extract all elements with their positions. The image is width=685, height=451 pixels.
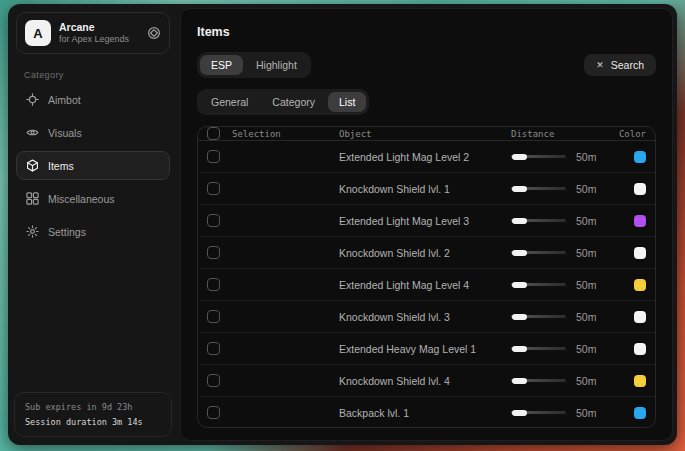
sidebar-item-label: Settings — [48, 226, 86, 238]
gear-icon — [26, 225, 39, 238]
object-label: Knockdown Shield lvl. 2 — [339, 247, 511, 259]
color-swatch[interactable] — [634, 311, 646, 323]
distance-slider[interactable] — [511, 218, 566, 224]
object-label: Extended Light Mag Level 4 — [339, 279, 511, 291]
table-body: Extended Light Mag Level 2 50m Knockdown… — [198, 141, 655, 428]
row-checkbox[interactable] — [207, 278, 220, 291]
column-header-color: Color — [604, 129, 646, 139]
tab-general[interactable]: General — [200, 92, 259, 112]
tab-esp[interactable]: ESP — [200, 55, 243, 75]
table-row: Knockdown Shield lvl. 2 50m — [198, 237, 655, 269]
sidebar-item-aimbot[interactable]: Aimbot — [16, 85, 170, 114]
row-checkbox[interactable] — [207, 374, 220, 387]
sidebar-item-items[interactable]: Items — [16, 151, 170, 180]
distance-value: 50m — [576, 407, 604, 419]
view-tabs-row: GeneralCategoryList — [197, 89, 656, 115]
table-row: Extended Light Mag Level 3 50m — [198, 205, 655, 237]
search-button[interactable]: ✕ Search — [584, 54, 656, 76]
distance-slider[interactable] — [511, 282, 566, 288]
distance-slider[interactable] — [511, 314, 566, 320]
sidebar-item-settings[interactable]: Settings — [16, 217, 170, 246]
color-swatch[interactable] — [634, 183, 646, 195]
app-logo: A — [25, 20, 51, 46]
object-label: Knockdown Shield lvl. 1 — [339, 183, 511, 195]
row-checkbox[interactable] — [207, 342, 220, 355]
tab-category[interactable]: Category — [261, 92, 326, 112]
table-row: Backpack lvl. 1 50m — [198, 397, 655, 428]
sidebar-item-miscellaneous[interactable]: Miscellaneous — [16, 184, 170, 213]
object-label: Knockdown Shield lvl. 4 — [339, 375, 511, 387]
row-checkbox[interactable] — [207, 150, 220, 163]
slider-knob[interactable] — [512, 314, 527, 320]
select-all-checkbox[interactable] — [207, 127, 220, 140]
tab-highlight[interactable]: Highlight — [245, 55, 308, 75]
session-duration-text: Session duration 3m 14s — [25, 415, 161, 429]
object-label: Extended Light Mag Level 3 — [339, 215, 511, 227]
object-label: Extended Light Mag Level 2 — [339, 151, 511, 163]
distance-slider[interactable] — [511, 154, 566, 160]
row-checkbox[interactable] — [207, 310, 220, 323]
sidebar-nav: Aimbot Visuals Items Miscellaneous Setti… — [14, 85, 172, 246]
slider-knob[interactable] — [512, 218, 527, 224]
toolbar: ESPHighlight ✕ Search — [197, 52, 656, 78]
color-swatch[interactable] — [634, 247, 646, 259]
distance-value: 50m — [576, 343, 604, 355]
color-swatch[interactable] — [634, 375, 646, 387]
gem-icon[interactable] — [147, 26, 161, 40]
column-header-distance: Distance — [511, 129, 604, 139]
sub-expires-text: Sub expires in 9d 23h — [25, 400, 161, 414]
slider-knob[interactable] — [512, 186, 527, 192]
slider-knob[interactable] — [512, 378, 527, 384]
slider-knob[interactable] — [512, 282, 527, 288]
table-row: Extended Light Mag Level 4 50m — [198, 269, 655, 301]
slider-knob[interactable] — [512, 410, 527, 416]
distance-value: 50m — [576, 311, 604, 323]
arcane-window: A Arcane for Apex Legends Category Aimbo… — [8, 4, 677, 445]
session-info-card: Sub expires in 9d 23h Session duration 3… — [14, 392, 172, 437]
table-header-row: Selection Object Distance Color — [198, 127, 655, 141]
table-row: Knockdown Shield lvl. 3 50m — [198, 301, 655, 333]
distance-slider[interactable] — [511, 250, 566, 256]
sidebar-item-label: Aimbot — [48, 94, 81, 106]
search-x-icon: ✕ — [596, 60, 604, 70]
object-label: Knockdown Shield lvl. 3 — [339, 311, 511, 323]
sidebar-item-label: Items — [48, 160, 74, 172]
distance-slider[interactable] — [511, 186, 566, 192]
view-tab-group: GeneralCategoryList — [197, 89, 369, 115]
object-label: Backpack lvl. 1 — [339, 407, 511, 419]
grid-icon — [26, 192, 39, 205]
table-row: Extended Heavy Mag Level 1 50m — [198, 333, 655, 365]
color-swatch[interactable] — [634, 151, 646, 163]
row-checkbox[interactable] — [207, 406, 220, 419]
app-header-card: A Arcane for Apex Legends — [16, 12, 170, 54]
distance-slider[interactable] — [511, 346, 566, 352]
slider-knob[interactable] — [512, 154, 527, 160]
sidebar-item-label: Miscellaneous — [48, 193, 115, 205]
distance-value: 50m — [576, 151, 604, 163]
slider-knob[interactable] — [512, 346, 527, 352]
color-swatch[interactable] — [634, 279, 646, 291]
distance-value: 50m — [576, 183, 604, 195]
row-checkbox[interactable] — [207, 214, 220, 227]
tab-list[interactable]: List — [328, 92, 366, 112]
package-icon — [26, 159, 39, 172]
object-label: Extended Heavy Mag Level 1 — [339, 343, 511, 355]
distance-value: 50m — [576, 375, 604, 387]
color-swatch[interactable] — [634, 215, 646, 227]
distance-value: 50m — [576, 247, 604, 259]
eye-icon — [26, 126, 39, 139]
table-row: Extended Light Mag Level 2 50m — [198, 141, 655, 173]
page-title: Items — [197, 25, 656, 39]
row-checkbox[interactable] — [207, 246, 220, 259]
row-checkbox[interactable] — [207, 182, 220, 195]
sidebar-item-visuals[interactable]: Visuals — [16, 118, 170, 147]
distance-slider[interactable] — [511, 410, 566, 416]
distance-slider[interactable] — [511, 378, 566, 384]
color-swatch[interactable] — [634, 407, 646, 419]
category-section-label: Category — [24, 70, 162, 80]
distance-value: 50m — [576, 279, 604, 291]
items-table: Selection Object Distance Color Extended… — [197, 126, 656, 428]
slider-knob[interactable] — [512, 250, 527, 256]
color-swatch[interactable] — [634, 343, 646, 355]
column-header-selection: Selection — [232, 129, 281, 139]
